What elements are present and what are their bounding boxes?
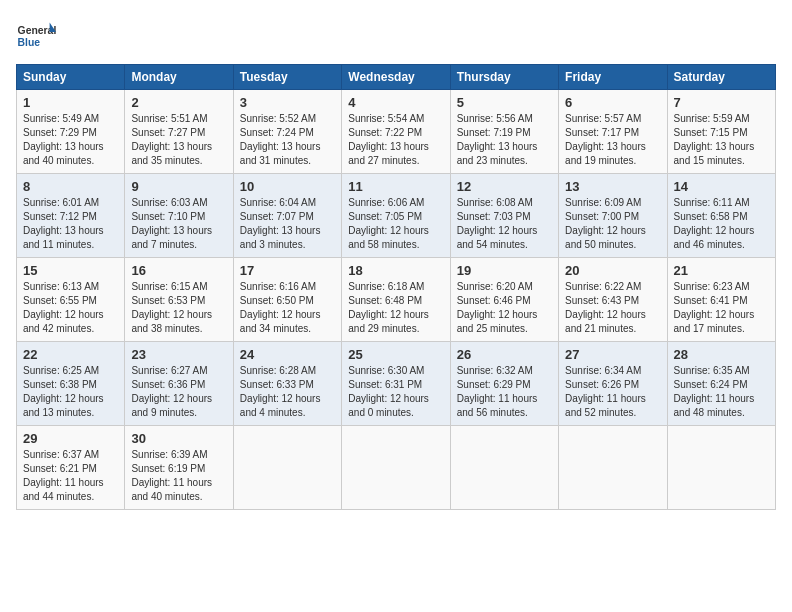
- day-number: 20: [565, 263, 660, 278]
- day-cell: 10Sunrise: 6:04 AMSunset: 7:07 PMDayligh…: [233, 174, 341, 258]
- day-cell: 19Sunrise: 6:20 AMSunset: 6:46 PMDayligh…: [450, 258, 558, 342]
- week-row-5: 29Sunrise: 6:37 AMSunset: 6:21 PMDayligh…: [17, 426, 776, 510]
- day-cell: 30Sunrise: 6:39 AMSunset: 6:19 PMDayligh…: [125, 426, 233, 510]
- day-number: 24: [240, 347, 335, 362]
- day-cell: 1Sunrise: 5:49 AMSunset: 7:29 PMDaylight…: [17, 90, 125, 174]
- day-info: Sunrise: 5:56 AMSunset: 7:19 PMDaylight:…: [457, 112, 552, 168]
- day-cell: 26Sunrise: 6:32 AMSunset: 6:29 PMDayligh…: [450, 342, 558, 426]
- day-info: Sunrise: 6:08 AMSunset: 7:03 PMDaylight:…: [457, 196, 552, 252]
- day-number: 4: [348, 95, 443, 110]
- day-number: 26: [457, 347, 552, 362]
- day-info: Sunrise: 6:16 AMSunset: 6:50 PMDaylight:…: [240, 280, 335, 336]
- day-info: Sunrise: 6:30 AMSunset: 6:31 PMDaylight:…: [348, 364, 443, 420]
- week-row-2: 8Sunrise: 6:01 AMSunset: 7:12 PMDaylight…: [17, 174, 776, 258]
- day-info: Sunrise: 6:32 AMSunset: 6:29 PMDaylight:…: [457, 364, 552, 420]
- logo-icon: General Blue: [16, 16, 56, 56]
- day-info: Sunrise: 6:28 AMSunset: 6:33 PMDaylight:…: [240, 364, 335, 420]
- page-header: General Blue: [16, 16, 776, 56]
- day-cell: [342, 426, 450, 510]
- day-info: Sunrise: 6:06 AMSunset: 7:05 PMDaylight:…: [348, 196, 443, 252]
- day-info: Sunrise: 6:09 AMSunset: 7:00 PMDaylight:…: [565, 196, 660, 252]
- day-cell: 16Sunrise: 6:15 AMSunset: 6:53 PMDayligh…: [125, 258, 233, 342]
- col-header-friday: Friday: [559, 65, 667, 90]
- day-number: 29: [23, 431, 118, 446]
- day-info: Sunrise: 6:15 AMSunset: 6:53 PMDaylight:…: [131, 280, 226, 336]
- day-cell: 22Sunrise: 6:25 AMSunset: 6:38 PMDayligh…: [17, 342, 125, 426]
- day-info: Sunrise: 6:03 AMSunset: 7:10 PMDaylight:…: [131, 196, 226, 252]
- day-info: Sunrise: 6:35 AMSunset: 6:24 PMDaylight:…: [674, 364, 769, 420]
- day-cell: 3Sunrise: 5:52 AMSunset: 7:24 PMDaylight…: [233, 90, 341, 174]
- day-info: Sunrise: 6:23 AMSunset: 6:41 PMDaylight:…: [674, 280, 769, 336]
- day-info: Sunrise: 6:22 AMSunset: 6:43 PMDaylight:…: [565, 280, 660, 336]
- day-cell: 7Sunrise: 5:59 AMSunset: 7:15 PMDaylight…: [667, 90, 775, 174]
- day-info: Sunrise: 6:34 AMSunset: 6:26 PMDaylight:…: [565, 364, 660, 420]
- day-cell: 17Sunrise: 6:16 AMSunset: 6:50 PMDayligh…: [233, 258, 341, 342]
- svg-text:Blue: Blue: [18, 37, 41, 48]
- day-number: 8: [23, 179, 118, 194]
- day-number: 23: [131, 347, 226, 362]
- week-row-4: 22Sunrise: 6:25 AMSunset: 6:38 PMDayligh…: [17, 342, 776, 426]
- day-cell: 4Sunrise: 5:54 AMSunset: 7:22 PMDaylight…: [342, 90, 450, 174]
- day-info: Sunrise: 6:18 AMSunset: 6:48 PMDaylight:…: [348, 280, 443, 336]
- day-cell: 25Sunrise: 6:30 AMSunset: 6:31 PMDayligh…: [342, 342, 450, 426]
- day-number: 16: [131, 263, 226, 278]
- calendar-table: SundayMondayTuesdayWednesdayThursdayFrid…: [16, 64, 776, 510]
- day-number: 21: [674, 263, 769, 278]
- day-cell: 2Sunrise: 5:51 AMSunset: 7:27 PMDaylight…: [125, 90, 233, 174]
- col-header-thursday: Thursday: [450, 65, 558, 90]
- col-header-monday: Monday: [125, 65, 233, 90]
- day-cell: 18Sunrise: 6:18 AMSunset: 6:48 PMDayligh…: [342, 258, 450, 342]
- day-info: Sunrise: 6:04 AMSunset: 7:07 PMDaylight:…: [240, 196, 335, 252]
- day-number: 9: [131, 179, 226, 194]
- day-cell: 27Sunrise: 6:34 AMSunset: 6:26 PMDayligh…: [559, 342, 667, 426]
- day-number: 30: [131, 431, 226, 446]
- day-cell: [559, 426, 667, 510]
- day-cell: 6Sunrise: 5:57 AMSunset: 7:17 PMDaylight…: [559, 90, 667, 174]
- day-info: Sunrise: 5:51 AMSunset: 7:27 PMDaylight:…: [131, 112, 226, 168]
- day-cell: 20Sunrise: 6:22 AMSunset: 6:43 PMDayligh…: [559, 258, 667, 342]
- day-info: Sunrise: 6:25 AMSunset: 6:38 PMDaylight:…: [23, 364, 118, 420]
- day-info: Sunrise: 6:01 AMSunset: 7:12 PMDaylight:…: [23, 196, 118, 252]
- day-info: Sunrise: 5:49 AMSunset: 7:29 PMDaylight:…: [23, 112, 118, 168]
- week-row-1: 1Sunrise: 5:49 AMSunset: 7:29 PMDaylight…: [17, 90, 776, 174]
- day-number: 15: [23, 263, 118, 278]
- day-info: Sunrise: 5:59 AMSunset: 7:15 PMDaylight:…: [674, 112, 769, 168]
- day-number: 2: [131, 95, 226, 110]
- col-header-saturday: Saturday: [667, 65, 775, 90]
- day-info: Sunrise: 6:13 AMSunset: 6:55 PMDaylight:…: [23, 280, 118, 336]
- day-cell: 13Sunrise: 6:09 AMSunset: 7:00 PMDayligh…: [559, 174, 667, 258]
- day-cell: 11Sunrise: 6:06 AMSunset: 7:05 PMDayligh…: [342, 174, 450, 258]
- day-info: Sunrise: 5:54 AMSunset: 7:22 PMDaylight:…: [348, 112, 443, 168]
- day-number: 5: [457, 95, 552, 110]
- day-info: Sunrise: 6:20 AMSunset: 6:46 PMDaylight:…: [457, 280, 552, 336]
- day-info: Sunrise: 6:37 AMSunset: 6:21 PMDaylight:…: [23, 448, 118, 504]
- day-cell: 15Sunrise: 6:13 AMSunset: 6:55 PMDayligh…: [17, 258, 125, 342]
- day-number: 12: [457, 179, 552, 194]
- day-cell: 12Sunrise: 6:08 AMSunset: 7:03 PMDayligh…: [450, 174, 558, 258]
- day-number: 7: [674, 95, 769, 110]
- day-number: 13: [565, 179, 660, 194]
- day-cell: 14Sunrise: 6:11 AMSunset: 6:58 PMDayligh…: [667, 174, 775, 258]
- day-cell: 29Sunrise: 6:37 AMSunset: 6:21 PMDayligh…: [17, 426, 125, 510]
- day-cell: [667, 426, 775, 510]
- day-cell: 28Sunrise: 6:35 AMSunset: 6:24 PMDayligh…: [667, 342, 775, 426]
- day-info: Sunrise: 6:39 AMSunset: 6:19 PMDaylight:…: [131, 448, 226, 504]
- day-number: 19: [457, 263, 552, 278]
- day-cell: 8Sunrise: 6:01 AMSunset: 7:12 PMDaylight…: [17, 174, 125, 258]
- day-number: 6: [565, 95, 660, 110]
- week-row-3: 15Sunrise: 6:13 AMSunset: 6:55 PMDayligh…: [17, 258, 776, 342]
- day-number: 1: [23, 95, 118, 110]
- day-number: 28: [674, 347, 769, 362]
- day-cell: 9Sunrise: 6:03 AMSunset: 7:10 PMDaylight…: [125, 174, 233, 258]
- day-number: 10: [240, 179, 335, 194]
- day-number: 27: [565, 347, 660, 362]
- day-number: 18: [348, 263, 443, 278]
- day-cell: [233, 426, 341, 510]
- col-header-sunday: Sunday: [17, 65, 125, 90]
- col-header-wednesday: Wednesday: [342, 65, 450, 90]
- day-info: Sunrise: 5:57 AMSunset: 7:17 PMDaylight:…: [565, 112, 660, 168]
- day-number: 17: [240, 263, 335, 278]
- day-cell: 5Sunrise: 5:56 AMSunset: 7:19 PMDaylight…: [450, 90, 558, 174]
- day-cell: 24Sunrise: 6:28 AMSunset: 6:33 PMDayligh…: [233, 342, 341, 426]
- day-number: 3: [240, 95, 335, 110]
